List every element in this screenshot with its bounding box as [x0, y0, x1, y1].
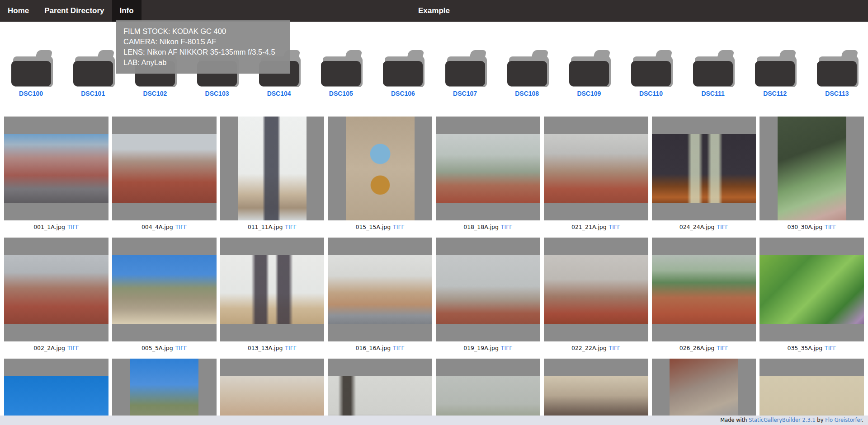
folder-link[interactable]: DSC102 [143, 90, 167, 97]
photo-thumbnail[interactable] [328, 238, 432, 341]
tiff-link[interactable]: TIFF [285, 345, 297, 351]
thumbnail-image [112, 255, 217, 324]
photo-thumbnail[interactable] [220, 238, 325, 341]
gallery-item [220, 359, 325, 425]
tiff-link[interactable]: TIFF [717, 224, 728, 230]
folder-icon[interactable] [687, 47, 739, 87]
folder-front-shape [817, 61, 857, 86]
folder-link[interactable]: DSC110 [639, 90, 663, 97]
folder-front-shape [631, 61, 671, 86]
photo-thumbnail[interactable] [436, 117, 540, 220]
folder-link[interactable]: DSC111 [701, 90, 724, 97]
folder-link[interactable]: DSC112 [763, 90, 787, 97]
tiff-link[interactable]: TIFF [393, 345, 405, 351]
photo-thumbnail[interactable] [544, 117, 648, 220]
photo-thumbnail[interactable] [4, 117, 108, 220]
folder-icon[interactable] [5, 47, 57, 87]
tiff-link[interactable]: TIFF [609, 224, 621, 230]
photo-thumbnail[interactable] [652, 117, 756, 220]
photo-thumbnail[interactable] [112, 238, 217, 341]
folder-front-shape [507, 61, 547, 86]
tiff-link[interactable]: TIFF [175, 345, 187, 351]
tiff-link[interactable]: TIFF [175, 224, 187, 230]
folder-icon[interactable] [563, 47, 615, 87]
thumbnail-caption: 015_15A.jpgTIFF [328, 220, 432, 238]
photo-thumbnail[interactable] [112, 359, 217, 425]
info-tooltip: FILM STOCK: KODAK GC 400 CAMERA: Nikon F… [116, 20, 290, 74]
tiff-link[interactable]: TIFF [393, 224, 405, 230]
folder-link[interactable]: DSC109 [577, 90, 601, 97]
tiff-link[interactable]: TIFF [67, 224, 79, 230]
thumbnail-image [778, 117, 846, 220]
photo-thumbnail[interactable] [436, 359, 540, 425]
thumbnail-caption: 016_16A.jpgTIFF [328, 341, 432, 359]
thumbnail-caption: 005_5A.jpgTIFF [112, 341, 217, 359]
folder-icon[interactable] [439, 47, 491, 87]
photo-thumbnail[interactable] [328, 117, 432, 220]
thumbnail-image [346, 117, 415, 220]
folder-icon[interactable] [67, 47, 119, 87]
tiff-link[interactable]: TIFF [825, 345, 836, 351]
folder-link[interactable]: DSC103 [205, 90, 229, 97]
gallery-item: 030_30A.jpgTIFF [760, 117, 864, 238]
tiff-link[interactable]: TIFF [67, 345, 79, 351]
tiff-link[interactable]: TIFF [609, 345, 621, 351]
image-filename: 026_26A.jpg [679, 345, 715, 351]
gallery-item: 035_35A.jpgTIFF [760, 238, 864, 359]
tooltip-line-film-stock: FILM STOCK: KODAK GC 400 [123, 26, 283, 37]
image-filename: 013_13A.jpg [248, 345, 283, 351]
gallery-item: 022_22A.jpgTIFF [544, 238, 648, 359]
photo-thumbnail[interactable] [760, 359, 864, 425]
thumbnail-caption: 018_18A.jpgTIFF [436, 220, 540, 238]
nav-item-home[interactable]: Home [0, 0, 37, 22]
photo-thumbnail[interactable] [4, 359, 108, 425]
folder-icon[interactable] [315, 47, 367, 87]
thumbnail-image [544, 134, 648, 203]
footer-builder-link[interactable]: StaticGalleryBuilder 2.3.1 [749, 417, 815, 423]
photo-thumbnail[interactable] [652, 238, 756, 341]
photo-thumbnail[interactable] [436, 238, 540, 341]
folder-link[interactable]: DSC104 [267, 90, 291, 97]
photo-thumbnail[interactable] [544, 238, 648, 341]
folder-link[interactable]: DSC107 [453, 90, 477, 97]
footer-made-with-text: Made with [720, 417, 749, 423]
gallery-item [544, 359, 648, 425]
tiff-link[interactable]: TIFF [285, 224, 297, 230]
nav-item-parent-directory[interactable]: Parent Directory [37, 0, 112, 22]
folder-item-dsc112: DSC112 [744, 47, 806, 98]
folder-link[interactable]: DSC113 [825, 90, 849, 97]
thumbnail-caption: 026_26A.jpgTIFF [652, 341, 756, 359]
folder-icon[interactable] [377, 47, 429, 87]
photo-thumbnail[interactable] [220, 359, 325, 425]
folder-icon[interactable] [811, 47, 863, 87]
gallery-item [652, 359, 756, 425]
folder-link[interactable]: DSC108 [515, 90, 539, 97]
gallery-item: 013_13A.jpgTIFF [220, 238, 325, 359]
folder-icon[interactable] [501, 47, 553, 87]
tiff-link[interactable]: TIFF [825, 224, 836, 230]
tiff-link[interactable]: TIFF [501, 345, 513, 351]
gallery-row [0, 359, 868, 425]
tiff-link[interactable]: TIFF [717, 345, 728, 351]
folder-link[interactable]: DSC100 [19, 90, 43, 97]
photo-thumbnail[interactable] [328, 359, 432, 425]
folder-link[interactable]: DSC101 [81, 90, 105, 97]
folder-icon[interactable] [749, 47, 801, 87]
photo-thumbnail[interactable] [760, 238, 864, 341]
footer-author-link[interactable]: Flo Greistorfer [825, 417, 862, 423]
nav-item-info[interactable]: Info [112, 0, 142, 22]
folder-link[interactable]: DSC105 [329, 90, 353, 97]
folder-link[interactable]: DSC106 [391, 90, 415, 97]
thumbnail-caption: 013_13A.jpgTIFF [220, 341, 325, 359]
photo-thumbnail[interactable] [760, 117, 864, 220]
tiff-link[interactable]: TIFF [501, 224, 513, 230]
photo-thumbnail[interactable] [220, 117, 325, 220]
photo-thumbnail[interactable] [112, 117, 217, 220]
folder-icon[interactable] [625, 47, 677, 87]
footer-period-text: . [862, 417, 863, 423]
photo-thumbnail[interactable] [544, 359, 648, 425]
photo-thumbnail[interactable] [652, 359, 756, 425]
folder-item-dsc109: DSC109 [558, 47, 620, 98]
photo-thumbnail[interactable] [4, 238, 108, 341]
folder-item-dsc107: DSC107 [434, 47, 496, 98]
